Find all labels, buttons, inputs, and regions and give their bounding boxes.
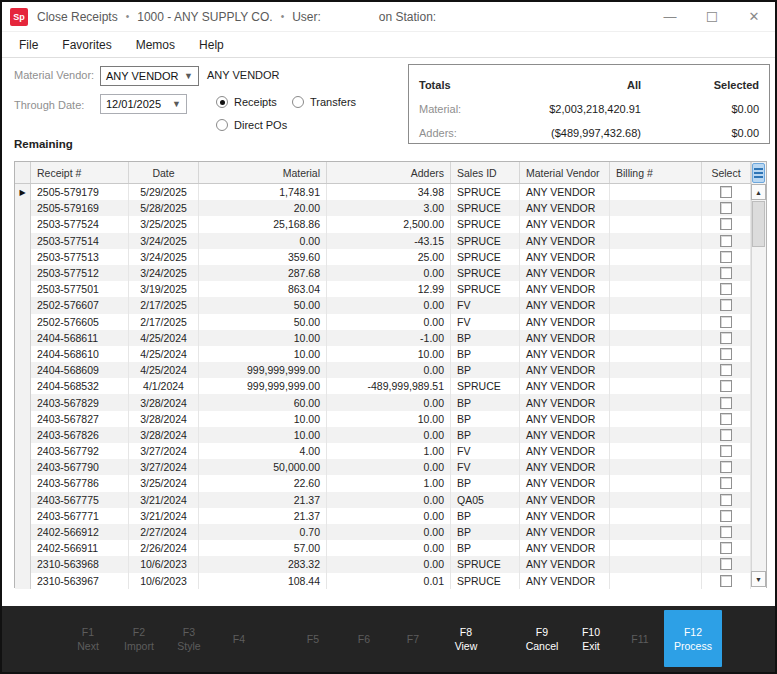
- material-vendor-combobox[interactable]: ANY VENDOR ▼: [100, 66, 199, 86]
- select-checkbox[interactable]: [720, 299, 732, 311]
- row-marker-cell[interactable]: [15, 297, 31, 313]
- grid-row[interactable]: 2502-5766052/17/202550.000.00FVANY VENDO…: [15, 314, 766, 330]
- grid-row[interactable]: 2310-56396710/6/2023108.440.01SPRUCEANY …: [15, 573, 766, 589]
- grid-row[interactable]: 2402-5669112/26/202457.000.00BPANY VENDO…: [15, 540, 766, 556]
- row-marker-cell[interactable]: [15, 540, 31, 556]
- grid-row[interactable]: 2402-5669122/27/20240.700.00BPANY VENDOR: [15, 524, 766, 540]
- row-marker-cell[interactable]: [15, 508, 31, 524]
- select-checkbox[interactable]: [720, 510, 732, 522]
- row-marker-cell[interactable]: [15, 216, 31, 232]
- grid-row[interactable]: 2403-5677863/25/202422.601.00BPANY VENDO…: [15, 475, 766, 491]
- grid-row[interactable]: 2404-5686094/25/2024999,999,999.000.00BP…: [15, 362, 766, 378]
- grid-row[interactable]: 2503-5775143/24/20250.00-43.15SPRUCEANY …: [15, 233, 766, 249]
- select-checkbox[interactable]: [720, 332, 732, 344]
- select-checkbox[interactable]: [720, 429, 732, 441]
- radio-transfers[interactable]: Transfers: [292, 96, 356, 108]
- col-header-adders[interactable]: Adders: [327, 162, 451, 183]
- row-marker-cell[interactable]: [15, 475, 31, 491]
- select-checkbox[interactable]: [720, 267, 732, 279]
- select-checkbox[interactable]: [720, 461, 732, 473]
- grid-row[interactable]: 2403-5677903/27/202450,000.000.00FVANY V…: [15, 459, 766, 475]
- grid-row[interactable]: 2403-5678293/28/202460.000.00BPANY VENDO…: [15, 394, 766, 410]
- grid-row[interactable]: 2404-5686104/25/202410.0010.00BPANY VEND…: [15, 346, 766, 362]
- grid-options-icon[interactable]: [752, 163, 765, 183]
- radio-unselected-icon[interactable]: [216, 119, 228, 131]
- through-date-combobox[interactable]: 12/01/2025 ▼: [100, 94, 187, 114]
- select-checkbox[interactable]: [720, 186, 732, 198]
- grid-row[interactable]: 2503-5775243/25/202525,168.862,500.00SPR…: [15, 216, 766, 232]
- col-header-date[interactable]: Date: [129, 162, 199, 183]
- row-marker-cell[interactable]: [15, 249, 31, 265]
- grid-row[interactable]: 2502-5766072/17/202550.000.00FVANY VENDO…: [15, 297, 766, 313]
- fkey-f12[interactable]: F12Process: [664, 610, 722, 667]
- col-header-select[interactable]: Select: [702, 162, 751, 183]
- col-header-material-vendor[interactable]: Material Vendor: [520, 162, 610, 183]
- row-marker-cell[interactable]: [15, 330, 31, 346]
- col-header-billing[interactable]: Billing #: [610, 162, 702, 183]
- grid-row[interactable]: 2503-5775133/24/2025359.6025.00SPRUCEANY…: [15, 249, 766, 265]
- col-header-receipt[interactable]: Receipt #: [31, 162, 129, 183]
- menu-memos[interactable]: Memos: [124, 38, 187, 52]
- row-marker-cell[interactable]: [15, 378, 31, 394]
- grid-row[interactable]: 2404-5686114/25/202410.00-1.00BPANY VEND…: [15, 330, 766, 346]
- select-checkbox[interactable]: [720, 494, 732, 506]
- select-checkbox[interactable]: [720, 235, 732, 247]
- menu-favorites[interactable]: Favorites: [50, 38, 123, 52]
- menu-help[interactable]: Help: [187, 38, 236, 52]
- grid-row[interactable]: 2505-5791695/28/202520.003.00SPRUCEANY V…: [15, 200, 766, 216]
- select-checkbox[interactable]: [720, 218, 732, 230]
- select-checkbox[interactable]: [720, 364, 732, 376]
- select-checkbox[interactable]: [720, 445, 732, 457]
- col-header-material[interactable]: Material: [199, 162, 327, 183]
- close-icon[interactable]: ✕: [733, 3, 775, 31]
- row-marker-cell[interactable]: [15, 524, 31, 540]
- row-marker-cell[interactable]: [15, 281, 31, 297]
- row-marker-cell[interactable]: [15, 233, 31, 249]
- radio-direct-pos[interactable]: Direct POs: [216, 119, 287, 131]
- row-marker-cell[interactable]: [15, 443, 31, 459]
- grid-row[interactable]: 2403-5677713/21/202421.370.00BPANY VENDO…: [15, 508, 766, 524]
- row-marker-cell[interactable]: [15, 492, 31, 508]
- grid-row[interactable]: 2404-5685324/1/2024999,999,999.00-489,99…: [15, 378, 766, 394]
- select-checkbox[interactable]: [720, 202, 732, 214]
- grid-row[interactable]: 2403-5677753/21/202421.370.00QA05ANY VEN…: [15, 492, 766, 508]
- select-checkbox[interactable]: [720, 316, 732, 328]
- grid-row[interactable]: 2403-5677923/27/20244.001.00FVANY VENDOR: [15, 443, 766, 459]
- col-header-sales-id[interactable]: Sales ID: [451, 162, 520, 183]
- row-marker-cell[interactable]: [15, 556, 31, 572]
- row-marker-cell[interactable]: [15, 265, 31, 281]
- scroll-up-icon[interactable]: ▲: [751, 184, 766, 200]
- vertical-scrollbar[interactable]: ▲ ▼: [751, 162, 766, 587]
- radio-unselected-icon[interactable]: [292, 96, 304, 108]
- row-marker-cell[interactable]: [15, 314, 31, 330]
- grid-row[interactable]: 2503-5775123/24/2025287.680.00SPRUCEANY …: [15, 265, 766, 281]
- scrollbar-thumb[interactable]: [752, 201, 765, 247]
- row-marker-cell[interactable]: [15, 459, 31, 475]
- select-checkbox[interactable]: [720, 526, 732, 538]
- select-checkbox[interactable]: [720, 413, 732, 425]
- select-checkbox[interactable]: [720, 542, 732, 554]
- select-checkbox[interactable]: [720, 575, 732, 587]
- scroll-down-icon[interactable]: ▼: [751, 571, 766, 587]
- grid-row[interactable]: ▶2505-5791795/29/20251,748.9134.98SPRUCE…: [15, 184, 766, 200]
- select-checkbox[interactable]: [720, 397, 732, 409]
- chevron-down-icon[interactable]: ▼: [172, 99, 186, 109]
- grid-row[interactable]: 2403-5678273/28/202410.0010.00BPANY VEND…: [15, 411, 766, 427]
- minimize-icon[interactable]: —: [649, 3, 691, 31]
- row-marker-cell[interactable]: [15, 394, 31, 410]
- select-checkbox[interactable]: [720, 348, 732, 360]
- row-marker-cell[interactable]: [15, 427, 31, 443]
- fkey-f8[interactable]: F8View: [437, 606, 495, 672]
- select-checkbox[interactable]: [720, 283, 732, 295]
- select-checkbox[interactable]: [720, 380, 732, 392]
- grid-row[interactable]: 2503-5775013/19/2025863.0412.99SPRUCEANY…: [15, 281, 766, 297]
- row-marker-cell[interactable]: [15, 200, 31, 216]
- radio-selected-icon[interactable]: [216, 96, 228, 108]
- row-marker-cell[interactable]: [15, 362, 31, 378]
- row-marker-cell[interactable]: [15, 411, 31, 427]
- select-checkbox[interactable]: [720, 251, 732, 263]
- select-checkbox[interactable]: [720, 558, 732, 570]
- maximize-icon[interactable]: ☐: [691, 3, 733, 31]
- chevron-down-icon[interactable]: ▼: [184, 71, 198, 81]
- grid-row[interactable]: 2403-5678263/28/202410.000.00BPANY VENDO…: [15, 427, 766, 443]
